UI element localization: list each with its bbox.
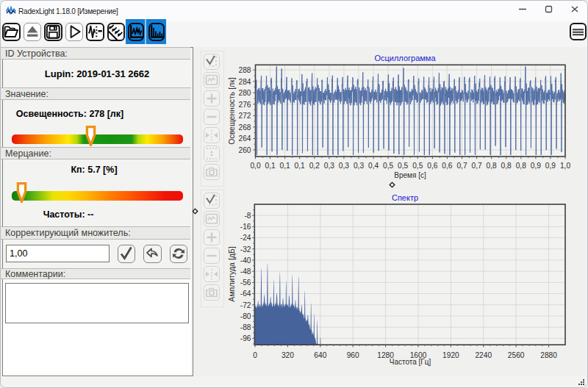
svg-text:272: 272 [239, 112, 251, 120]
svg-text:-48: -48 [240, 267, 251, 276]
svg-text:0,5: 0,5 [398, 162, 408, 170]
svg-text:0,9: 0,9 [545, 162, 556, 170]
svg-text:0,5: 0,5 [383, 162, 393, 170]
svg-text:2560: 2560 [508, 351, 525, 359]
svg-text:320: 320 [282, 351, 294, 359]
svg-text:0,6: 0,6 [442, 162, 452, 170]
svg-text:-88: -88 [240, 323, 251, 331]
svg-text:288: 288 [239, 66, 251, 74]
svg-text:264: 264 [239, 134, 251, 143]
svg-text:0,4: 0,4 [368, 162, 379, 170]
svg-text:-8: -8 [244, 212, 251, 220]
svg-text:0,1: 0,1 [265, 162, 276, 170]
svg-text:-64: -64 [240, 290, 251, 298]
svg-text:-72: -72 [240, 301, 251, 309]
svg-text:0,8: 0,8 [501, 162, 512, 170]
svg-text:640: 640 [314, 351, 326, 359]
svg-text:0,5: 0,5 [412, 162, 423, 170]
svg-text:-40: -40 [240, 256, 251, 265]
svg-text:-96: -96 [240, 334, 251, 342]
svg-text:-56: -56 [240, 279, 251, 287]
svg-text:1,0: 1,0 [560, 162, 570, 170]
svg-text:0,7: 0,7 [456, 162, 467, 170]
svg-text:0,8: 0,8 [487, 162, 497, 170]
svg-text:0,3: 0,3 [339, 162, 349, 170]
svg-text:0,3: 0,3 [324, 162, 334, 170]
svg-text:0,0: 0,0 [250, 162, 260, 170]
svg-text:-32: -32 [240, 245, 251, 254]
svg-text:284: 284 [239, 78, 251, 86]
svg-text:268: 268 [239, 123, 251, 132]
svg-text:0,2: 0,2 [309, 162, 320, 170]
svg-text:Спектр: Спектр [392, 193, 418, 202]
svg-text:Освещенность [лк]: Освещенность [лк] [227, 77, 236, 145]
svg-text:260: 260 [239, 146, 251, 154]
svg-text:0,8: 0,8 [516, 162, 526, 170]
svg-text:280: 280 [239, 89, 251, 97]
svg-text:Время [с]: Время [с] [394, 171, 426, 179]
svg-text:Амплитуда [дБ]: Амплитуда [дБ] [227, 246, 236, 302]
svg-text:-24: -24 [240, 234, 251, 242]
svg-text:0,1: 0,1 [295, 162, 305, 170]
svg-text:0,6: 0,6 [427, 162, 437, 170]
svg-text:2880: 2880 [540, 351, 557, 359]
svg-text:1920: 1920 [442, 351, 459, 359]
svg-text:Осциллограмма: Осциллограмма [374, 54, 436, 62]
svg-text:-16: -16 [240, 223, 251, 231]
svg-text:0,7: 0,7 [472, 162, 482, 170]
svg-text:276: 276 [239, 101, 251, 109]
svg-text:960: 960 [347, 351, 359, 359]
svg-text:0,3: 0,3 [354, 162, 364, 170]
svg-text:-80: -80 [240, 312, 251, 320]
svg-text:Частота [Гц]: Частота [Гц] [390, 358, 431, 366]
svg-text:0,9: 0,9 [531, 162, 541, 170]
svg-text:0,1: 0,1 [280, 162, 290, 170]
svg-text:2240: 2240 [475, 351, 492, 359]
svg-text:0: 0 [253, 351, 257, 359]
